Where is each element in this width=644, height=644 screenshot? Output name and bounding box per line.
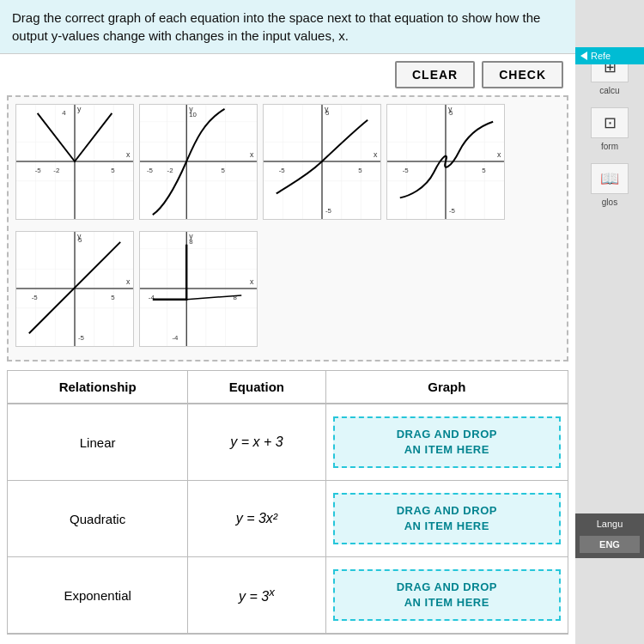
svg-text:5: 5 [111,294,115,301]
graph-card-3[interactable]: x y -5 5 5 -5 [263,104,381,220]
svg-text:5: 5 [482,167,486,174]
svg-text:-4: -4 [172,334,179,342]
svg-text:x: x [126,277,131,286]
check-button[interactable]: CHECK [482,61,563,88]
equation-quadratic: y = 3x² [188,481,325,557]
equation-linear: y = x + 3 [188,404,325,481]
svg-text:-5: -5 [32,294,39,301]
graph-card-4[interactable]: x y -5 5 5 -5 [386,104,505,220]
relationship-exponential: Exponential [8,557,188,634]
svg-text:x: x [250,277,254,286]
graph-card-2[interactable]: x y -5 -2 5 10 [139,104,258,220]
formula-icon: ⊡ [591,107,629,138]
svg-text:-5: -5 [147,167,154,174]
col-header-equation: Equation [188,371,325,404]
svg-text:10: 10 [189,111,197,118]
svg-text:5: 5 [449,109,453,117]
calculator-label: calcu [599,86,619,95]
svg-text:5: 5 [111,167,115,174]
svg-text:5: 5 [358,167,362,174]
svg-text:-2: -2 [53,167,59,174]
graph-card-1[interactable]: x y -5 -2 5 4 [15,104,134,220]
graph-card-5[interactable]: x y -5 5 5 -5 [15,231,134,347]
reference-button[interactable]: Refe [575,47,644,64]
graph-card-6[interactable]: x y -4 8 8 -4 [139,231,258,347]
right-sidebar: Refe ⊞ calcu ⊡ form 📖 glos Langu ENG [575,0,644,644]
glossary-icon: 📖 [591,163,629,194]
table-row-quadratic: Quadratic y = 3x² DRAG AND DROPAN ITEM H… [8,481,568,557]
svg-text:-2: -2 [167,167,173,174]
svg-text:-5: -5 [403,167,410,174]
drop-zone-quadratic[interactable]: DRAG AND DROPAN ITEM HERE [325,481,568,557]
relationship-quadratic: Quadratic [8,481,188,557]
glossary-label: glos [602,197,617,207]
svg-text:8: 8 [233,294,237,301]
svg-text:-5: -5 [78,334,85,342]
sidebar-item-glossary[interactable]: 📖 glos [591,163,629,207]
svg-text:-5: -5 [35,167,42,174]
svg-text:5: 5 [222,167,226,174]
graphs-drag-area: x y -5 -2 5 4 [7,95,568,361]
svg-text:-5: -5 [325,207,332,215]
drop-area-quadratic[interactable]: DRAG AND DROPAN ITEM HERE [333,493,561,544]
language-button[interactable]: ENG [580,536,640,553]
svg-text:x: x [374,150,378,159]
sidebar-item-formula[interactable]: ⊡ form [591,107,629,151]
svg-text:x: x [497,150,501,159]
language-header: Langu [579,519,641,529]
svg-text:4: 4 [62,109,66,117]
clear-button[interactable]: CLEAR [395,61,475,88]
drop-zone-exponential[interactable]: DRAG AND DROPAN ITEM HERE [325,557,568,634]
svg-text:x: x [126,150,131,159]
equation-table: Relationship Equation Graph Linear y = x… [7,370,568,635]
svg-text:y: y [77,105,82,113]
col-header-relationship: Relationship [8,371,188,404]
drop-area-exponential[interactable]: DRAG AND DROPAN ITEM HERE [333,569,561,621]
svg-text:x: x [250,150,254,159]
svg-text:5: 5 [78,236,82,244]
svg-text:8: 8 [189,238,193,246]
language-section: Langu ENG [575,513,644,558]
svg-text:5: 5 [325,109,330,117]
reference-label: Refe [591,51,611,61]
table-row-exponential: Exponential y = 3x DRAG AND DROPAN ITEM … [8,557,568,634]
col-header-graph: Graph [325,371,568,404]
svg-text:-5: -5 [279,167,286,174]
buttons-row: CLEAR CHECK [0,54,575,95]
instructions-text: Drag the correct graph of each equation … [0,0,575,54]
drop-area-linear[interactable]: DRAG AND DROPAN ITEM HERE [333,416,561,468]
drop-zone-linear[interactable]: DRAG AND DROPAN ITEM HERE [325,404,568,481]
relationship-linear: Linear [8,404,188,481]
table-row-linear: Linear y = x + 3 DRAG AND DROPAN ITEM HE… [8,404,568,481]
svg-text:-5: -5 [449,207,456,215]
formula-label: form [601,142,618,151]
equation-exponential: y = 3x [188,557,325,634]
triangle-icon [580,52,587,60]
